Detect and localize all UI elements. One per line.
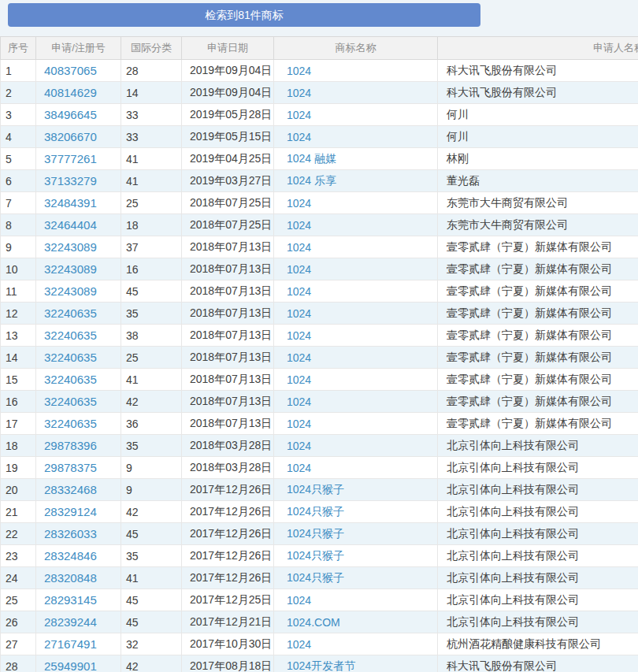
application-date: 2019年03月27日 [182, 170, 274, 192]
registration-number-link[interactable]: 32464404 [44, 218, 97, 232]
trademark-name-link[interactable]: 1024 [287, 219, 311, 232]
row-index: 11 [1, 280, 36, 303]
registration-number-link[interactable]: 38206670 [44, 130, 97, 143]
application-date: 2017年12月26日 [182, 479, 274, 501]
registration-number-link[interactable]: 38496645 [44, 108, 97, 121]
trademark-name-link[interactable]: 1024 [287, 65, 311, 77]
table-row: 16 32240635 42 2018年07月13日 1024 壹零贰肆（宁夏）… [1, 391, 638, 413]
trademark-name-link[interactable]: 1024 [287, 440, 311, 452]
intl-class: 9 [121, 479, 182, 501]
applicant-name: 北京引体向上科技有限公司 [438, 523, 638, 545]
trademark-name-link[interactable]: 1024 [287, 285, 311, 298]
registration-number-link[interactable]: 28239244 [44, 615, 97, 629]
intl-class: 25 [121, 192, 182, 214]
trademark-name-link[interactable]: 1024 融媒 [287, 152, 336, 165]
trademark-name-link[interactable]: 1024 [287, 418, 311, 430]
trademark-name-link[interactable]: 1024 乐享 [287, 174, 336, 187]
intl-class: 33 [121, 104, 182, 126]
registration-number-link[interactable]: 27167491 [44, 637, 97, 651]
table-row: 4 38206670 33 2019年05月15日 1024 何川 [1, 126, 638, 148]
registration-number-link[interactable]: 37777261 [44, 152, 97, 165]
trademark-name-link[interactable]: 1024只猴子 [287, 527, 344, 540]
registration-number-link[interactable]: 25949901 [44, 659, 97, 672]
trademark-name-link[interactable]: 1024 [287, 638, 311, 651]
registration-number-link[interactable]: 32240635 [44, 417, 97, 430]
trademark-name-link[interactable]: 1024 [287, 329, 311, 342]
application-date: 2018年07月13日 [182, 280, 274, 303]
application-date: 2017年12月26日 [182, 501, 274, 523]
row-index: 6 [1, 170, 36, 192]
trademark-name-link[interactable]: 1024开发者节 [287, 659, 355, 672]
table-row: 1 40837065 28 2019年09月04日 1024 科大讯飞股份有限公… [1, 60, 638, 82]
registration-number-link[interactable]: 32243089 [44, 284, 97, 298]
trademark-name-link[interactable]: 1024只猴子 [287, 505, 344, 518]
trademark-search-results-page: 检索到81件商标 序号 申请/注册号 国际分类 申请日期 商标名称 申请人名称 [0, 0, 638, 672]
trademark-name-link[interactable]: 1024 [287, 395, 311, 408]
applicant-name: 壹零贰肆（宁夏）新媒体有限公司 [438, 258, 638, 280]
applicant-name: 林刚 [438, 148, 638, 170]
column-header-registration-no: 申请/注册号 [36, 37, 121, 60]
intl-class: 36 [121, 413, 182, 435]
trademark-name-link[interactable]: 1024 [287, 462, 311, 474]
registration-number-link[interactable]: 28324846 [44, 549, 97, 562]
intl-class: 37 [121, 236, 182, 258]
registration-number-link[interactable]: 32484391 [44, 196, 97, 210]
row-index: 5 [1, 148, 36, 170]
results-count-banner[interactable]: 检索到81件商标 [8, 3, 480, 27]
registration-number-link[interactable]: 32243089 [44, 240, 97, 254]
registration-number-link[interactable]: 29878375 [44, 461, 97, 474]
applicant-name: 科大讯飞股份有限公司 [438, 82, 638, 104]
trademark-name-link[interactable]: 1024 [287, 594, 311, 607]
application-date: 2017年12月21日 [182, 611, 274, 633]
row-index: 27 [1, 633, 36, 655]
table-row: 13 32240635 38 2018年07月13日 1024 壹零贰肆（宁夏）… [1, 325, 638, 347]
trademark-name-link[interactable]: 1024只猴子 [287, 483, 344, 496]
trademark-name-link[interactable]: 1024 [287, 307, 311, 320]
registration-number-link[interactable]: 28326033 [44, 527, 97, 540]
table-row: 20 28332468 9 2017年12月26日 1024只猴子 北京引体向上… [1, 479, 638, 501]
results-banner-band: 检索到81件商标 [0, 0, 638, 36]
applicant-name: 北京引体向上科技有限公司 [438, 589, 638, 611]
registration-number-link[interactable]: 28332468 [44, 483, 97, 496]
table-row: 7 32484391 25 2018年07月25日 1024 东莞市大牛商贸有限… [1, 192, 638, 214]
registration-number-link[interactable]: 32240635 [44, 329, 97, 342]
registration-number-link[interactable]: 32240635 [44, 373, 97, 386]
row-index: 7 [1, 192, 36, 214]
registration-number-link[interactable]: 28320848 [44, 571, 97, 585]
table-row: 10 32243089 16 2018年07月13日 1024 壹零贰肆（宁夏）… [1, 258, 638, 280]
registration-number-link[interactable]: 32240635 [44, 351, 97, 364]
table-row: 24 28320848 41 2017年12月26日 1024只猴子 北京引体向… [1, 567, 638, 589]
trademark-name-link[interactable]: 1024 [287, 263, 311, 276]
registration-number-link[interactable]: 29878396 [44, 439, 97, 452]
row-index: 1 [1, 60, 36, 82]
application-date: 2018年07月13日 [182, 258, 274, 280]
trademark-name-link[interactable]: 1024只猴子 [287, 571, 344, 584]
trademark-name-link[interactable]: 1024 [287, 87, 311, 99]
trademark-name-link[interactable]: 1024 [287, 197, 311, 210]
row-index: 18 [1, 435, 36, 457]
intl-class: 41 [121, 148, 182, 170]
applicant-name: 何川 [438, 126, 638, 148]
column-header-index: 序号 [1, 37, 36, 60]
registration-number-link[interactable]: 32243089 [44, 262, 97, 276]
trademark-name-link[interactable]: 1024 [287, 131, 311, 143]
trademark-name-link[interactable]: 1024只猴子 [287, 549, 344, 562]
application-date: 2017年10月30日 [182, 633, 274, 655]
registration-number-link[interactable]: 40837065 [44, 64, 97, 77]
registration-number-link[interactable]: 37133279 [44, 174, 97, 187]
table-row: 2 40814629 14 2019年09月04日 1024 科大讯飞股份有限公… [1, 82, 638, 104]
registration-number-link[interactable]: 28329124 [44, 505, 97, 518]
trademark-name-link[interactable]: 1024 [287, 241, 311, 254]
trademark-name-link[interactable]: 1024.COM [287, 616, 340, 629]
trademark-name-link[interactable]: 1024 [287, 351, 311, 364]
registration-number-link[interactable]: 32240635 [44, 395, 97, 408]
applicant-name: 何川 [438, 104, 638, 126]
row-index: 8 [1, 214, 36, 236]
registration-number-link[interactable]: 32240635 [44, 306, 97, 320]
row-index: 23 [1, 545, 36, 567]
trademark-name-link[interactable]: 1024 [287, 373, 311, 386]
registration-number-link[interactable]: 28293145 [44, 593, 97, 607]
registration-number-link[interactable]: 40814629 [44, 86, 97, 99]
row-index: 12 [1, 303, 36, 325]
trademark-name-link[interactable]: 1024 [287, 109, 311, 121]
